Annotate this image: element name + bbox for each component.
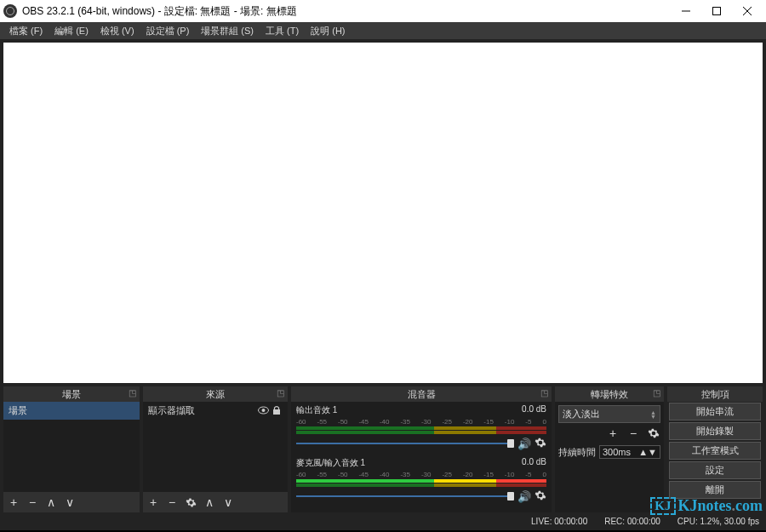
sources-title: 來源: [206, 388, 225, 401]
duration-input[interactable]: 300ms ▲▼: [599, 445, 660, 459]
remove-transition-button[interactable]: −: [626, 426, 640, 440]
controls-title: 控制項: [701, 388, 729, 401]
tick-label: 0: [542, 471, 546, 478]
status-bar: LIVE: 00:00:00 REC: 00:00:00 CPU: 1.2%, …: [0, 512, 766, 530]
preview-canvas[interactable]: [3, 43, 763, 383]
transition-select[interactable]: 淡入淡出 ▲▼: [558, 405, 660, 423]
menu-tools[interactable]: 工具 (T): [260, 23, 305, 39]
status-rec: REC: 00:00:00: [604, 517, 660, 526]
move-scene-up-button[interactable]: ∧: [44, 495, 58, 509]
add-transition-button[interactable]: +: [606, 426, 620, 440]
tick-label: -15: [483, 471, 494, 478]
scenes-title: 場景: [62, 388, 81, 401]
transitions-header: 轉場特效 ◳: [555, 386, 664, 402]
scenes-panel: 場景 ◳ 場景 + − ∧ ∨: [3, 386, 140, 512]
start-streaming-button[interactable]: 開始串流: [669, 403, 761, 420]
tick-label: -50: [338, 418, 348, 426]
spinner-arrows-icon: ▲▼: [650, 410, 656, 419]
sources-list: 顯示器擷取 + − ∧ ∨: [143, 402, 288, 512]
move-source-down-button[interactable]: ∨: [221, 495, 235, 509]
transitions-title: 轉場特效: [591, 388, 628, 401]
start-recording-button[interactable]: 開始錄製: [669, 422, 761, 440]
menu-file[interactable]: 檔案 (F): [3, 23, 49, 39]
menu-scene-collection[interactable]: 場景群組 (S): [195, 23, 260, 39]
duration-value: 300ms: [603, 447, 631, 457]
move-source-up-button[interactable]: ∧: [203, 495, 216, 509]
add-scene-button[interactable]: +: [7, 495, 20, 509]
studio-mode-button[interactable]: 工作室模式: [669, 442, 761, 460]
menu-profile[interactable]: 設定檔 (P): [140, 23, 196, 39]
bottom-panels: 場景 ◳ 場景 + − ∧ ∨ 來源 ◳ 顯示器擷取: [0, 386, 766, 512]
lock-icon[interactable]: [271, 405, 283, 417]
transition-properties-button[interactable]: [647, 426, 660, 440]
transitions-body: 淡入淡出 ▲▼ + − 持續時間 300ms ▲▼: [555, 402, 664, 512]
mixer-header: 混音器 ◳: [291, 386, 552, 402]
tick-label: -10: [505, 418, 515, 426]
volume-slider[interactable]: [296, 438, 514, 449]
scenes-header: 場景 ◳: [3, 386, 140, 402]
menu-edit[interactable]: 編輯 (E): [49, 23, 94, 39]
audio-meter: [296, 431, 546, 434]
minimize-button[interactable]: [671, 0, 701, 22]
speaker-icon[interactable]: 🔊: [517, 490, 531, 503]
tick-label: -40: [380, 418, 390, 426]
preview-area: [0, 39, 766, 386]
tick-label: -30: [421, 471, 432, 478]
exit-button[interactable]: 離開: [669, 481, 761, 499]
remove-source-button[interactable]: −: [165, 495, 179, 509]
title-bar: OBS 23.2.1 (64-bit, windows) - 設定檔: 無標題 …: [0, 0, 766, 22]
popout-icon[interactable]: ◳: [653, 388, 660, 398]
mixer-title: 混音器: [408, 388, 436, 401]
track-settings-button[interactable]: [534, 489, 546, 503]
tick-label: -50: [338, 471, 348, 478]
mixer-panel: 混音器 ◳ 輸出音效 1 0.0 dB -60-55-50-45-40-35-3…: [291, 386, 552, 512]
meter-ticks: -60-55-50-45-40-35-30-25-20-15-10-50: [296, 418, 546, 426]
popout-icon[interactable]: ◳: [129, 388, 136, 398]
tick-label: -30: [421, 418, 432, 426]
tick-label: 0: [542, 418, 546, 426]
volume-slider[interactable]: [296, 490, 514, 502]
track-level: 0.0 dB: [522, 404, 546, 416]
popout-icon[interactable]: ◳: [277, 388, 284, 398]
add-source-button[interactable]: +: [146, 495, 160, 509]
controls-panel: 控制項 開始串流 開始錄製 工作室模式 設定 離開: [667, 386, 763, 512]
transition-selected: 淡入淡出: [563, 408, 600, 420]
svg-rect-1: [713, 8, 721, 15]
tick-label: -35: [400, 418, 410, 426]
remove-scene-button[interactable]: −: [26, 495, 39, 509]
status-live: LIVE: 00:00:00: [531, 517, 587, 526]
scenes-list: 場景 + − ∧ ∨: [3, 402, 140, 512]
mixer-track: 麥克風/輸入音效 1 0.0 dB -60-55-50-45-40-35-30-…: [291, 455, 552, 507]
tick-label: -45: [358, 471, 369, 478]
audio-meter: [296, 479, 546, 483]
move-scene-down-button[interactable]: ∨: [63, 495, 77, 509]
tick-label: -60: [296, 418, 306, 426]
window-title: OBS 23.2.1 (64-bit, windows) - 設定檔: 無標題 …: [22, 4, 671, 19]
app-logo-icon: [3, 4, 17, 18]
visibility-icon[interactable]: [257, 406, 269, 416]
sources-toolbar: + − ∧ ∨: [143, 492, 288, 512]
tick-label: -25: [442, 471, 452, 478]
track-settings-button[interactable]: [534, 437, 546, 450]
scene-item[interactable]: 場景: [3, 402, 140, 420]
menu-help[interactable]: 說明 (H): [305, 23, 351, 39]
settings-button[interactable]: 設定: [669, 461, 761, 479]
status-cpu: CPU: 1.2%, 30.00 fps: [677, 517, 759, 526]
tick-label: -40: [380, 471, 390, 478]
tick-label: -20: [463, 418, 473, 426]
audio-meter: [296, 483, 546, 487]
tick-label: -45: [358, 418, 369, 426]
menu-view[interactable]: 檢視 (V): [94, 23, 140, 39]
track-level: 0.0 dB: [522, 457, 546, 469]
maximize-button[interactable]: [701, 0, 732, 22]
tick-label: -5: [525, 471, 531, 478]
tick-label: -15: [483, 418, 494, 426]
close-button[interactable]: [732, 0, 763, 22]
duration-label: 持續時間: [558, 446, 596, 459]
source-item[interactable]: 顯示器擷取: [143, 402, 288, 420]
sources-header: 來源 ◳: [143, 386, 288, 402]
meter-ticks: -60-55-50-45-40-35-30-25-20-15-10-50: [296, 471, 546, 478]
source-properties-button[interactable]: [184, 495, 197, 509]
popout-icon[interactable]: ◳: [540, 388, 548, 398]
speaker-icon[interactable]: 🔊: [517, 438, 531, 450]
